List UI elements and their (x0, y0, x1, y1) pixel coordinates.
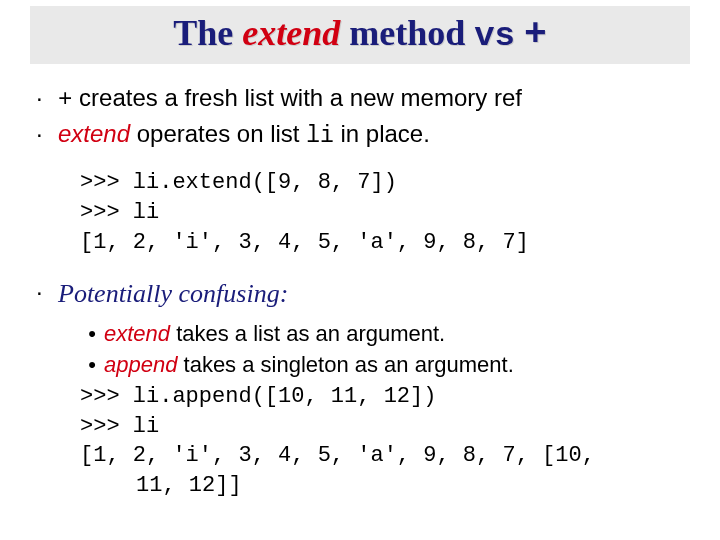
slide: The extend method vs + · + creates a fre… (0, 0, 720, 540)
bullet-dot: · (36, 82, 58, 116)
title-spacer (515, 13, 524, 53)
code-line: [1, 2, 'i', 3, 4, 5, 'a', 9, 8, 7, [10, (80, 443, 595, 468)
li-code: li (306, 123, 334, 149)
bullet-2-end: in place. (334, 120, 430, 147)
sub-bullet-dot: • (80, 350, 104, 380)
code-block-extend: >>> li.extend([9, 8, 7]) >>> li [1, 2, '… (80, 168, 684, 257)
bullet-dot: · (36, 118, 58, 152)
code-line: >>> li (80, 414, 159, 439)
title-bar: The extend method vs + (30, 6, 690, 64)
bullet-2-mid: operates on list (130, 120, 306, 147)
title-part-2: method (340, 13, 474, 53)
bullet-1-text: + creates a fresh list with a new memory… (58, 82, 684, 116)
extend-keyword: extend (58, 120, 130, 147)
sub-bullet-2-text: append takes a singleton as an argument. (104, 350, 684, 380)
sub-bullet-1: • extend takes a list as an argument. (80, 319, 684, 349)
sub-bullet-1-rest: takes a list as an argument. (170, 321, 445, 346)
bullet-dot: · (36, 276, 58, 311)
slide-title: The extend method vs + (173, 13, 547, 53)
code-line: >>> li (80, 200, 159, 225)
bullet-2-text: extend operates on list li in place. (58, 118, 684, 152)
append-keyword: append (104, 352, 177, 377)
code-line: >>> li.extend([9, 8, 7]) (80, 170, 397, 195)
potentially-confusing: Potentially confusing: (58, 279, 288, 308)
code-line-continuation: 11, 12]] (80, 473, 242, 498)
sub-bullet-list: • extend takes a list as an argument. • … (80, 319, 684, 380)
sub-bullet-dot: • (80, 319, 104, 349)
bullet-1-rest: creates a fresh list with a new memory r… (72, 84, 521, 111)
title-plus: + (524, 13, 547, 56)
sub-bullet-2: • append takes a singleton as an argumen… (80, 350, 684, 380)
title-keyword-extend: extend (242, 13, 340, 53)
bullet-1: · + creates a fresh list with a new memo… (36, 82, 684, 116)
bullet-3-text: Potentially confusing: (58, 276, 684, 311)
code-block-append: >>> li.append([10, 11, 12]) >>> li [1, 2… (80, 382, 684, 501)
title-vs: vs (474, 17, 515, 55)
title-part-1: The (173, 13, 242, 53)
code-line: >>> li.append([10, 11, 12]) (80, 384, 436, 409)
bullet-3: · Potentially confusing: (36, 276, 684, 311)
bullet-2: · extend operates on list li in place. (36, 118, 684, 152)
sub-bullet-2-rest: takes a singleton as an argument. (177, 352, 513, 377)
plus-code: + (58, 86, 72, 113)
slide-body: · + creates a fresh list with a new memo… (30, 64, 690, 501)
sub-bullet-1-text: extend takes a list as an argument. (104, 319, 684, 349)
extend-keyword: extend (104, 321, 170, 346)
code-line: [1, 2, 'i', 3, 4, 5, 'a', 9, 8, 7] (80, 230, 529, 255)
